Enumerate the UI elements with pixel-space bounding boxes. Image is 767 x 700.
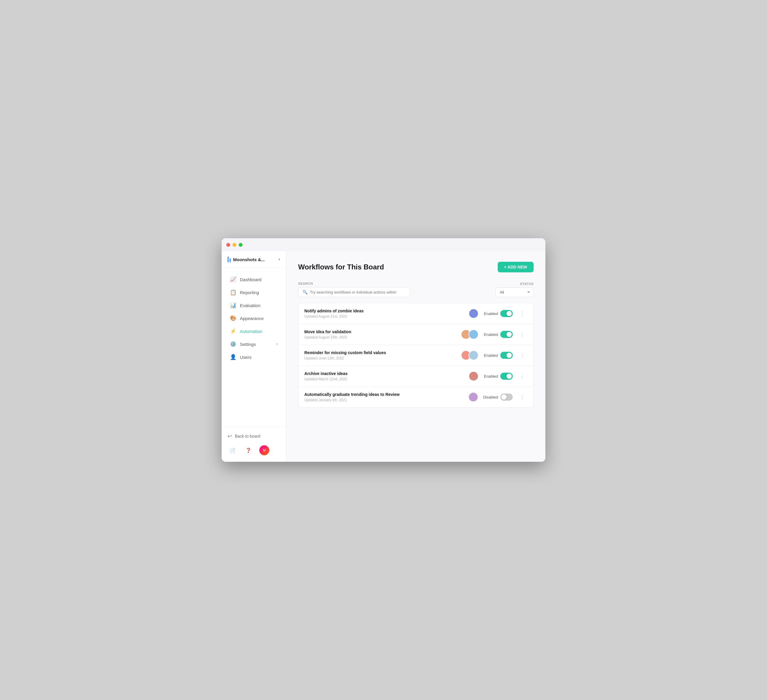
- workflow-date: Updated August 21st, 2022: [304, 314, 464, 319]
- table-row: Archive inactive ideas Updated March 22n…: [298, 366, 533, 387]
- sidebar-item-appearance[interactable]: 🎨 Appearance: [224, 312, 284, 324]
- workflow-info: Move idea for validation Updated August …: [304, 329, 456, 340]
- logo-bar-2: [229, 258, 231, 262]
- workflow-status: Enabled: [483, 373, 513, 380]
- workflow-info: Automatically graduate trending ideas to…: [304, 392, 463, 402]
- more-options-button[interactable]: ⋮: [517, 351, 527, 360]
- status-label: STATUS: [520, 282, 534, 286]
- settings-chevron-icon: ▾: [276, 342, 278, 346]
- sidebar-item-label: Reporting: [240, 290, 259, 295]
- logo-bar-1: [228, 257, 229, 262]
- workflow-avatars: [468, 392, 478, 402]
- search-input-wrap: 🔍: [298, 287, 410, 297]
- status-text: Disabled: [483, 395, 498, 399]
- search-label: SEARCH: [298, 282, 410, 285]
- status-select[interactable]: All Enabled Disabled: [495, 287, 534, 297]
- workflow-name: Automatically graduate trending ideas to…: [304, 392, 463, 397]
- filters-row: SEARCH 🔍 STATUS All Enabled Disabled: [298, 282, 534, 297]
- search-group: SEARCH 🔍: [298, 282, 410, 297]
- workflow-info: Reminder for missing custom field values…: [304, 350, 456, 360]
- workflow-name: Archive inactive ideas: [304, 371, 464, 376]
- workflow-info: Notify admins of zombie ideas Updated Au…: [304, 308, 464, 319]
- evaluation-icon: 📊: [230, 302, 236, 308]
- workflow-status: Enabled: [483, 310, 513, 317]
- workflow-toggle[interactable]: [500, 373, 513, 380]
- workflow-toggle[interactable]: [500, 394, 513, 401]
- users-icon: 👤: [230, 354, 236, 360]
- workflow-status: Enabled: [483, 352, 513, 359]
- search-input[interactable]: [310, 290, 406, 294]
- sidebar-item-reporting[interactable]: 📋 Reporting: [224, 286, 284, 298]
- sidebar-footer: 📄 ❓ U: [222, 442, 286, 458]
- more-options-button[interactable]: ⋮: [517, 372, 527, 381]
- sidebar-item-label: Appearance: [240, 316, 264, 321]
- sidebar-item-label: Dashboard: [240, 277, 261, 282]
- sidebar-item-dashboard[interactable]: 📈 Dashboard: [224, 273, 284, 286]
- status-text: Enabled: [484, 311, 498, 316]
- back-label: Back to board: [235, 434, 260, 438]
- more-options-button[interactable]: ⋮: [517, 393, 527, 402]
- maximize-button[interactable]: [239, 243, 242, 247]
- sidebar-item-settings[interactable]: ⚙️ Settings ▾: [224, 338, 284, 350]
- avatar: [469, 329, 479, 340]
- more-options-button[interactable]: ⋮: [517, 330, 527, 339]
- sidebar-logo: Moonshots &...: [228, 257, 275, 262]
- close-button[interactable]: [226, 243, 230, 247]
- sidebar-bottom: ↩ Back to board 📄 ❓ U: [222, 426, 286, 462]
- sidebar-item-evaluation[interactable]: 📊 Evaluation: [224, 299, 284, 311]
- dashboard-icon: 📈: [230, 276, 236, 283]
- workflow-avatars: [469, 371, 479, 381]
- workflow-status: Enabled: [483, 331, 513, 338]
- logo-icon: [228, 257, 231, 262]
- workflow-avatars: [461, 329, 479, 340]
- workflow-date: Updated March 22nd, 2022: [304, 377, 464, 381]
- status-group: STATUS All Enabled Disabled: [495, 282, 534, 297]
- help-icon[interactable]: ❓: [243, 445, 253, 455]
- workflow-name: Notify admins of zombie ideas: [304, 308, 464, 313]
- workflow-toggle[interactable]: [500, 352, 513, 359]
- sidebar-item-label: Users: [240, 355, 251, 360]
- chevron-down-icon[interactable]: ▾: [278, 257, 280, 262]
- workflow-date: Updated August 15th, 2022: [304, 335, 456, 340]
- avatar: [469, 350, 479, 360]
- workflow-toggle[interactable]: [500, 310, 513, 317]
- sidebar-item-label: Automation: [240, 329, 262, 334]
- avatar: [469, 308, 479, 319]
- more-options-button[interactable]: ⋮: [517, 309, 527, 318]
- table-row: Move idea for validation Updated August …: [298, 324, 533, 345]
- minimize-button[interactable]: [232, 243, 236, 247]
- workflow-name: Move idea for validation: [304, 329, 456, 334]
- user-avatar[interactable]: U: [259, 445, 269, 455]
- table-row: Reminder for missing custom field values…: [298, 345, 533, 366]
- workflow-date: Updated January 4th, 2021: [304, 398, 463, 402]
- workflow-status: Disabled: [483, 394, 513, 401]
- workflow-info: Archive inactive ideas Updated March 22n…: [304, 371, 464, 381]
- documents-icon[interactable]: 📄: [228, 445, 237, 455]
- app-window: Moonshots &... ▾ 📈 Dashboard 📋 Reporting…: [222, 238, 545, 462]
- workflow-avatars: [469, 308, 479, 319]
- sidebar-header: Moonshots &... ▾: [222, 251, 286, 268]
- search-icon: 🔍: [302, 290, 307, 294]
- titlebar: [222, 238, 545, 251]
- automation-icon: ⚡: [230, 328, 236, 335]
- add-new-button[interactable]: + ADD NEW: [498, 262, 534, 272]
- appearance-icon: 🎨: [230, 315, 236, 321]
- sidebar: Moonshots &... ▾ 📈 Dashboard 📋 Reporting…: [222, 251, 286, 462]
- sidebar-item-label: Evaluation: [240, 303, 261, 308]
- page-title: Workflows for This Board: [298, 263, 384, 271]
- sidebar-nav: 📈 Dashboard 📋 Reporting 📊 Evaluation 🎨 A…: [222, 268, 286, 426]
- avatar: [468, 392, 478, 402]
- back-to-board[interactable]: ↩ Back to board: [222, 430, 286, 442]
- company-name: Moonshots &...: [233, 257, 265, 262]
- status-text: Enabled: [484, 374, 498, 379]
- table-row: Automatically graduate trending ideas to…: [298, 387, 533, 407]
- workflow-name: Reminder for missing custom field values: [304, 350, 456, 355]
- workflow-toggle[interactable]: [500, 331, 513, 338]
- main-header: Workflows for This Board + ADD NEW: [298, 262, 534, 272]
- sidebar-item-users[interactable]: 👤 Users: [224, 351, 284, 363]
- back-icon: ↩: [228, 433, 232, 440]
- workflow-list: Notify admins of zombie ideas Updated Au…: [298, 303, 534, 408]
- traffic-lights: [226, 243, 242, 247]
- sidebar-item-automation[interactable]: ⚡ Automation: [224, 325, 284, 337]
- status-text: Enabled: [484, 353, 498, 358]
